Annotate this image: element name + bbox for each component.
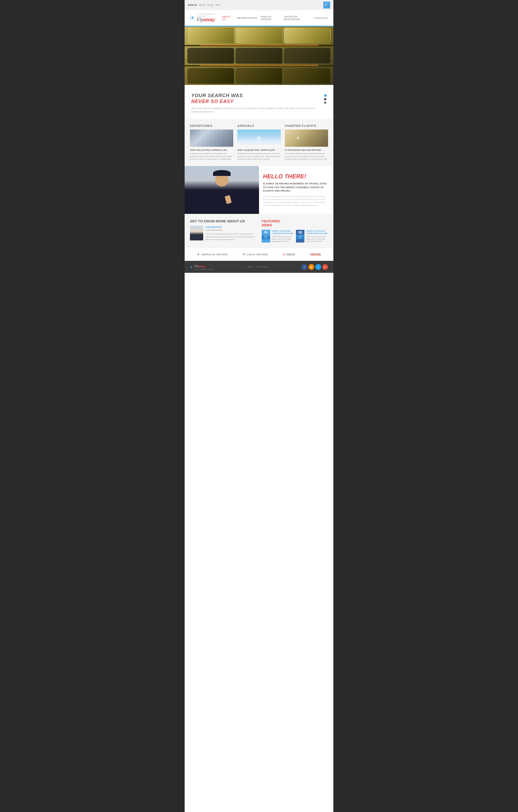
news-title-news: NEWS	[262, 223, 272, 227]
nav-contacts[interactable]: CONTACTS	[314, 17, 328, 19]
person-role: DOLORE IPSUM	[205, 229, 256, 231]
rss-button[interactable]: ◉	[308, 264, 314, 270]
virgin-airlines-logo: Virgin	[310, 253, 321, 256]
footer-logo-text: Flyaway FLIGHT SEARCH ENGINE	[194, 263, 214, 270]
airlines-section: ✈ American Airlines ✈ CZECH AIRLINES + S…	[185, 248, 333, 261]
charter-subtitle: UT NON MASSA SED SEM RUTRUM	[285, 149, 328, 151]
rss-link[interactable]: RSS	[215, 4, 220, 6]
panel-cell	[187, 28, 234, 44]
logo-tagline: FLIGHT SEARCH ENGINE	[197, 13, 222, 17]
dot-2[interactable]	[324, 98, 326, 100]
nav-links: ABOUT US RESERVATIONS SPECIAL OFFERS TRA…	[222, 16, 328, 21]
panel-cell-dark	[187, 48, 234, 64]
faq-link[interactable]: FAQ5	[207, 4, 213, 6]
panel-cell	[284, 68, 331, 84]
pilot-cap	[213, 170, 230, 176]
logo-text: FLIGHT SEARCH ENGINE Flyaway	[197, 13, 222, 23]
tagline-line2: NEVER SO EASY	[191, 99, 324, 104]
aa-name: American Airlines	[201, 253, 228, 256]
swiss-airlines-logo: + SWISS	[283, 252, 295, 257]
person-image	[190, 226, 203, 240]
panel-strip	[185, 45, 333, 46]
virgin-name: Virgin	[310, 253, 321, 256]
news-item-2: 08 NOV 2014 DONEC FACILISI ULE LOREM IPS…	[296, 230, 328, 242]
help-link[interactable]: HELP	[199, 4, 205, 6]
news-year-2: 2014	[296, 237, 304, 239]
pilot-image	[185, 166, 259, 214]
about-news-section: GET TO KNOW MORE ABOUT US SAM SMOOTH DOL…	[185, 214, 333, 248]
news-date-1: 06 NOV 2014	[262, 230, 270, 242]
facebook-button[interactable]: f	[301, 264, 307, 270]
footer-plane-icon: ✈	[190, 265, 193, 269]
nav-about[interactable]: ABOUT US	[222, 16, 234, 21]
panel-cell	[187, 68, 234, 84]
arrivals-title: ARRIVALS	[237, 124, 280, 127]
person-name: SAM SMOOTH	[205, 226, 256, 229]
charter-image	[285, 129, 328, 147]
pilot-figure	[185, 166, 259, 214]
hero-banner	[185, 27, 333, 85]
footer-privacy[interactable]: Privacy Policy	[256, 266, 268, 268]
departures-col: DEPARTURES CRAS TELLUS ORCI, FRINGILLA S…	[190, 124, 233, 161]
flights-section: DEPARTURES CRAS TELLUS ORCI, FRINGILLA S…	[185, 119, 333, 166]
news-item-desc-2: Morlis tempor quan maset sadpu licing ut…	[306, 235, 328, 242]
twitter-button[interactable]: t	[315, 264, 321, 270]
top-bar-links[interactable]: SIGN IN HELP FAQ5 RSS	[188, 4, 220, 6]
search-button[interactable]: 🔍	[323, 2, 330, 8]
tagline-text: YOUR SEARCH WAS NEVER SO EASY MES CUML D…	[191, 93, 324, 114]
footer-fly: Fly	[194, 265, 198, 268]
person-desc: Dulce hunc vutp pulvinar gre dol connec.…	[205, 233, 256, 241]
news-item-title-2: DONEC FACILISI ULE LOREM IPSUM DOLORE	[306, 230, 328, 235]
news-item-desc-1: Morlis tempor quan maset sadpu licing ut…	[272, 235, 294, 242]
news-day-1: 06	[262, 231, 270, 234]
sign-in-link[interactable]: SIGN IN	[188, 4, 197, 6]
panel-cell	[235, 68, 282, 84]
footer: ✈ Flyaway FLIGHT SEARCH ENGINE ©2013 Pri…	[185, 261, 333, 273]
nav-reservations[interactable]: RESERVATIONS	[237, 17, 257, 19]
about-title: GET TO KNOW MORE ABOUT US	[190, 219, 256, 224]
hello-subtitle: FLYAWAY SEARCHES HUNDREDS OF TRAVEL SITE…	[263, 182, 328, 193]
logo-plane-icon: ✈	[190, 14, 195, 22]
pilot-suit	[207, 193, 237, 214]
news-date-2: 08 NOV 2014	[296, 230, 304, 242]
nav-special-offers[interactable]: SPECIAL OFFERS	[261, 16, 280, 21]
dot-3[interactable]	[324, 102, 326, 104]
panel-strip	[185, 65, 333, 66]
charter-title: CHARTER FLIGHTS	[285, 124, 328, 127]
panel-cell	[284, 28, 331, 44]
nav-traveler-resources[interactable]: TRAVELER RESOURCES	[284, 16, 310, 21]
arrivals-image	[237, 129, 280, 147]
aa-plane-icon: ✈	[197, 253, 200, 256]
news-item-title-1: DONEC FACILISI ULE LOREM IPSUM DOLORE	[272, 230, 294, 235]
slider-dots	[324, 94, 327, 104]
about-col: GET TO KNOW MORE ABOUT US SAM SMOOTH DOL…	[190, 219, 256, 242]
arrivals-desc: Vestibulum ante ipsum primis in faucibus…	[237, 152, 280, 161]
hero-panels	[185, 27, 333, 85]
footer-away: away	[198, 265, 206, 268]
dot-active[interactable]	[324, 94, 327, 97]
news-item-1: 06 NOV 2014 DONEC FACILISI ULE LOREM IPS…	[262, 230, 294, 242]
person-card: SAM SMOOTH DOLORE IPSUM Dulce hunc vutp …	[190, 226, 256, 241]
charter-col: CHARTER FLIGHTS UT NON MASSA SED SEM RUT…	[285, 124, 328, 161]
tagline-line1: YOUR SEARCH WAS	[191, 93, 324, 99]
news-grid: 06 NOV 2014 DONEC FACILISI ULE LOREM IPS…	[262, 230, 328, 242]
googleplus-button[interactable]: g+	[322, 264, 328, 270]
navigation: ✈ FLIGHT SEARCH ENGINE Flyaway ABOUT US …	[185, 10, 333, 27]
hello-title: HELLO THERE!	[263, 173, 328, 180]
hello-section: HELLO THERE! FLYAWAY SEARCHES HUNDREDS O…	[185, 166, 333, 214]
top-bar: SIGN IN HELP FAQ5 RSS 🔍	[185, 0, 333, 10]
news-col: FEATURED NEWS 06 NOV 2014 DONEC FACILISI…	[262, 219, 328, 242]
czech-name: CZECH AIRLINES	[246, 253, 268, 256]
panel-cell-dark	[284, 48, 331, 64]
czech-airlines-logo: ✈ CZECH AIRLINES	[243, 253, 268, 256]
logo: ✈ FLIGHT SEARCH ENGINE Flyaway	[190, 13, 222, 23]
hello-desc: Nunc cum dia sed in faucus sit amet cons…	[263, 195, 328, 207]
logo-name: Flyaway	[197, 17, 222, 23]
news-content-1: DONEC FACILISI ULE LOREM IPSUM DOLORE Mo…	[272, 230, 294, 242]
departures-subtitle: CRAS TELLUS ORCI, FRINGILLA SIT	[190, 149, 233, 151]
footer-logo: ✈ Flyaway FLIGHT SEARCH ENGINE	[190, 263, 214, 270]
arrivals-subtitle: AMET ALIQUAM NON, TEMPUS QUIS	[237, 149, 280, 151]
footer-sub: FLIGHT SEARCH ENGINE	[194, 268, 214, 270]
news-title-featured: FEATURED	[262, 219, 280, 223]
panel-cell-dark	[235, 48, 282, 64]
